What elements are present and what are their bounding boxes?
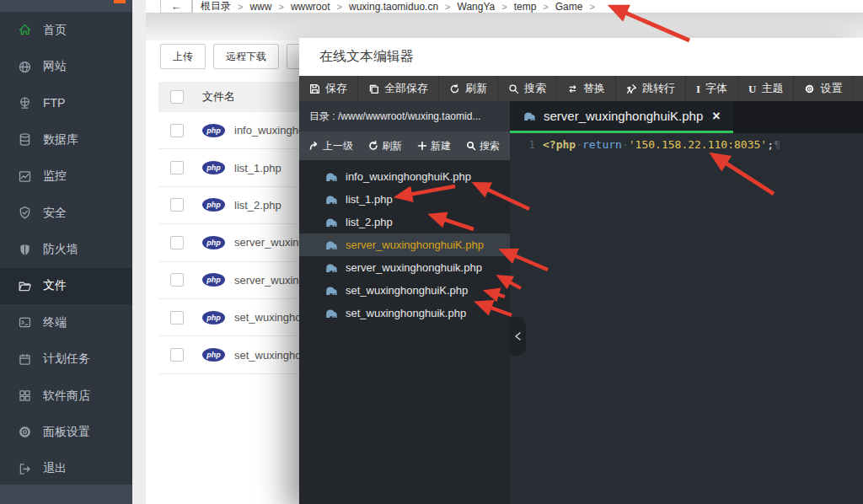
plus-icon [417, 141, 427, 151]
sidebar-item-ftp[interactable]: FTP [0, 85, 132, 121]
tree-new-button[interactable]: 新建 [417, 139, 451, 153]
search-button[interactable]: 搜索 [498, 76, 557, 101]
globe-icon [18, 60, 32, 74]
tree-collapse-handle[interactable] [510, 317, 526, 356]
chevron-separator: > [589, 2, 594, 12]
tree-file-name: server_wuxinghonghuik.php [346, 261, 482, 274]
refresh-icon [449, 83, 460, 94]
editor-file-tree: 目录 : /www/wwwroot/wuxing.taomid... 上一级 刷… [299, 101, 510, 504]
remote-download-button[interactable]: 远程下载 [213, 44, 279, 69]
tree-file[interactable]: list_1.php [299, 188, 510, 211]
php-elephant-icon [324, 240, 338, 250]
php-file-icon: php [202, 273, 225, 287]
refresh-button[interactable]: 刷新 [439, 76, 498, 101]
sidebar-item-monitor[interactable]: 监控 [0, 158, 132, 195]
select-all-checkbox[interactable] [170, 90, 184, 104]
tree-file[interactable]: set_wuxinghonghuik.php [299, 302, 510, 324]
folder-icon [18, 279, 32, 293]
file-name[interactable]: list_2.php [234, 199, 281, 212]
up-level-button[interactable]: 上一级 [309, 139, 353, 153]
goto-line-button[interactable]: 跳转行 [616, 76, 686, 101]
sidebar-item-panel-settings[interactable]: 面板设置 [0, 414, 132, 450]
tree-file-selected[interactable]: server_wuxinghonghuiK.php [299, 233, 510, 256]
save-all-icon [368, 83, 379, 94]
semicolon: ; [767, 138, 774, 151]
row-checkbox[interactable] [170, 198, 184, 212]
row-checkbox[interactable] [170, 311, 184, 324]
breadcrumb-item-temp[interactable]: temp [514, 1, 537, 13]
tree-file[interactable]: set_wuxinghonghuiK.php [299, 279, 510, 302]
chevron-left-icon [514, 331, 522, 341]
tree-search-button[interactable]: 搜索 [466, 139, 500, 153]
upload-button[interactable]: 上传 [160, 44, 206, 69]
sidebar-item-home[interactable]: 首页 [0, 12, 132, 48]
tree-file[interactable]: server_wuxinghonghuik.php [299, 256, 510, 279]
sidebar-item-label: 终端 [43, 315, 67, 330]
settings-button[interactable]: 设置 [794, 76, 853, 101]
sidebar-item-files[interactable]: 文件 [0, 268, 132, 304]
tree-file[interactable]: list_2.php [299, 211, 510, 233]
chevron-separator: > [445, 2, 450, 12]
sidebar-item-website[interactable]: 网站 [0, 48, 132, 84]
editor-tab-active[interactable]: server_wuxinghonghuiK.php × [510, 101, 733, 133]
close-icon[interactable]: × [712, 109, 720, 124]
save-button[interactable]: 保存 [299, 76, 358, 101]
tree-toolbar: 上一级 刷新 新建 搜索 [299, 131, 510, 160]
row-checkbox[interactable] [170, 124, 184, 137]
up-level-label: 上一级 [323, 139, 353, 153]
tree-refresh-button[interactable]: 刷新 [368, 139, 402, 153]
replace-icon [567, 83, 578, 94]
sidebar-item-appstore[interactable]: 软件商店 [0, 378, 132, 414]
refresh-icon [368, 141, 378, 151]
grid-icon [18, 389, 32, 403]
breadcrumb-item-game[interactable]: Game [555, 1, 583, 13]
php-elephant-icon [523, 111, 536, 121]
chevron-separator: > [238, 2, 243, 12]
php-elephant-icon [324, 195, 338, 205]
search-icon [508, 83, 519, 94]
sidebar-menu: 首页 网站 FTP 数据库 监控 安全 [0, 12, 132, 487]
sidebar-item-security[interactable]: 安全 [0, 195, 132, 231]
sidebar-item-firewall[interactable]: 防火墙 [0, 231, 132, 267]
breadcrumb-item-wangya[interactable]: WangYa [458, 1, 496, 13]
sidebar-item-label: FTP [43, 96, 65, 110]
tree-file-name: info_wuxinghonghuiK.php [346, 170, 471, 183]
theme-button[interactable]: U 主题 [738, 76, 794, 101]
tree-file[interactable]: info_wuxinghonghuiK.php [299, 165, 510, 188]
php-elephant-icon [324, 263, 338, 273]
tree-file-name: set_wuxinghonghuik.php [346, 307, 466, 319]
calendar-icon [18, 352, 32, 367]
sidebar-item-cron[interactable]: 计划任务 [0, 341, 132, 378]
ip-string-literal: '150.158.22.110:8035' [629, 138, 767, 151]
breadcrumb: 根目录 > www > wwwroot > wuxing.taomiduo.cn… [201, 0, 595, 13]
editor-tabbar: server_wuxinghonghuiK.php × [510, 101, 863, 133]
breadcrumb-item-site[interactable]: wuxing.taomiduo.cn [349, 1, 438, 13]
filename-column-header: 文件名 [202, 89, 235, 105]
shield-check-icon [18, 206, 32, 220]
replace-button[interactable]: 替换 [557, 76, 616, 101]
font-icon: I [696, 83, 700, 94]
database-icon [18, 132, 32, 147]
save-all-button[interactable]: 全部保存 [358, 76, 439, 101]
font-button[interactable]: I 字体 [686, 76, 738, 101]
tab-filename: server_wuxinghonghuiK.php [544, 109, 703, 123]
row-checkbox[interactable] [170, 161, 184, 174]
back-button[interactable]: ← [160, 0, 192, 13]
sidebar-item-database[interactable]: 数据库 [0, 121, 132, 158]
breadcrumb-item-wwwroot[interactable]: wwwroot [291, 1, 330, 13]
sidebar-item-terminal[interactable]: 终端 [0, 304, 132, 340]
whitespace-dot: · [576, 138, 582, 151]
row-checkbox[interactable] [170, 236, 184, 249]
sidebar-item-label: 退出 [43, 461, 67, 476]
sidebar-item-logout[interactable]: 退出 [0, 451, 132, 487]
file-name[interactable]: list_1.php [234, 162, 281, 174]
row-checkbox[interactable] [170, 348, 184, 362]
breadcrumb-item-www[interactable]: www [249, 1, 271, 13]
tree-new-label: 新建 [431, 139, 451, 153]
breadcrumb-item-root[interactable]: 根目录 [201, 0, 231, 13]
monitor-chart-icon [18, 169, 32, 184]
tree-file-name: server_wuxinghonghuiK.php [346, 239, 484, 251]
chevron-separator: > [337, 2, 342, 12]
row-checkbox[interactable] [170, 273, 184, 287]
code-area[interactable]: 1 <?php·return·'150.158.22.110:8035';¶ [510, 133, 863, 504]
